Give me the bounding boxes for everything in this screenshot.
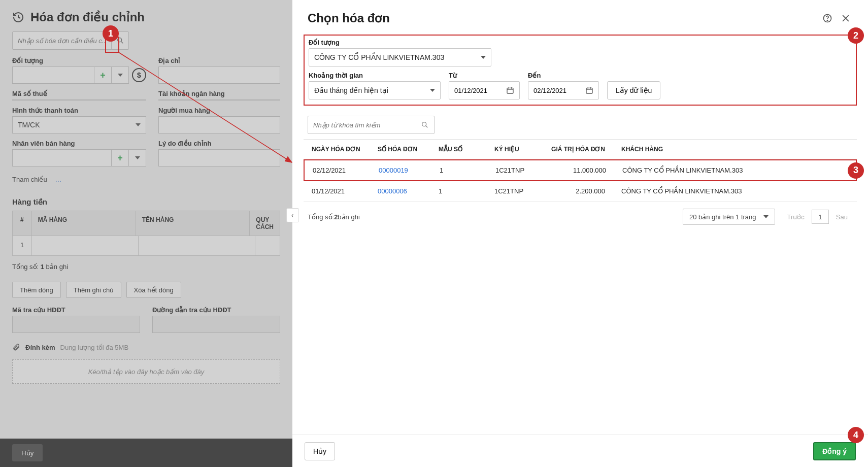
filter-zone: 2 Đối tượng CÔNG TY CỔ PHẦN LINKVIETNAM.…: [304, 35, 857, 106]
search-icon: [421, 121, 429, 129]
svg-point-5: [827, 20, 827, 21]
pager-next[interactable]: Sau: [836, 213, 848, 221]
lookup-code-input: [12, 316, 140, 333]
svg-line-17: [426, 126, 428, 128]
file-dropzone[interactable]: Kéo/thả tệp vào đây hoặc bấm vào đây: [12, 359, 280, 384]
cell-value: 2.200.000: [542, 181, 613, 201]
label-m-doituong: Đối tượng: [309, 39, 491, 46]
table-row[interactable]: 01/12/2021 00000006 1 1C21TNP 2.200.000 …: [304, 181, 857, 202]
caret-down-icon: [430, 89, 435, 92]
clear-rows-button[interactable]: Xóa hết dòng: [126, 282, 181, 298]
paperclip-icon: [12, 343, 20, 351]
step-badge-2: 2: [848, 27, 864, 44]
select-invoice-modal: ‹ Chọn hóa đơn 2 Đối tượng CÔNG TY CỔ PH…: [292, 0, 868, 467]
cell-value: 11.000.000: [543, 160, 614, 180]
modal-doituong-value: CÔNG TY CỔ PHẦN LINKVIETNAM.303: [314, 53, 444, 61]
reference-link[interactable]: …: [55, 176, 62, 183]
to-date-input[interactable]: [533, 87, 579, 94]
attach-label: Đính kèm: [25, 344, 55, 351]
to-date[interactable]: [528, 81, 599, 99]
cell-date: 02/12/2021: [305, 160, 371, 180]
background-form: Hóa đơn điều chỉnh Đối tượng + $ Địa chỉ: [0, 0, 292, 467]
svg-line-1: [121, 42, 123, 44]
svg-point-16: [422, 122, 426, 126]
modal-confirm-button[interactable]: Đồng ý: [813, 442, 856, 460]
step-badge-3: 3: [848, 162, 864, 179]
modal-collapse-handle[interactable]: ‹: [286, 208, 298, 222]
page-title: Hóa đơn điều chỉnh: [30, 10, 145, 24]
pager-total-count: 2: [334, 213, 338, 221]
doituong-add-button[interactable]: +: [94, 66, 112, 84]
label-lydo: Lý do điều chỉnh: [158, 140, 280, 147]
table-row-selected[interactable]: 3 02/12/2021 00000019 1 1C21TNP 11.000.0…: [304, 159, 857, 181]
currency-icon[interactable]: $: [132, 68, 146, 82]
label-nmh: Người mua hàng: [158, 107, 280, 114]
pager-current[interactable]: 1: [812, 210, 829, 224]
cell-serial: 1C21TNP: [486, 181, 542, 201]
fetch-button[interactable]: Lấy dữ liệu: [607, 81, 660, 99]
caret-down-icon: [481, 56, 486, 59]
help-icon[interactable]: [820, 11, 834, 25]
nvbh-add-button[interactable]: +: [112, 149, 129, 166]
reference-row: Tham chiếu …: [0, 173, 292, 188]
items-section-title: Hàng tiền: [0, 188, 292, 211]
cell-quycach[interactable]: [255, 236, 280, 255]
invoice-search-input[interactable]: [13, 37, 111, 45]
cell-invoice-link[interactable]: 00000006: [370, 181, 430, 201]
col-template: MẪU SỐ: [430, 140, 486, 159]
close-icon[interactable]: [839, 11, 853, 25]
caret-down-icon: [136, 123, 141, 126]
label-httt: Hình thức thanh toán: [12, 107, 146, 114]
label-from: Từ: [449, 72, 520, 79]
pagesize-select[interactable]: 20 bản ghi trên 1 trang: [683, 209, 775, 225]
modal-search[interactable]: [308, 116, 435, 134]
from-date[interactable]: [449, 81, 520, 99]
items-total: Tổng số: 1 bản ghi: [0, 256, 292, 278]
add-row-button[interactable]: Thêm dòng: [12, 282, 61, 298]
col-serial: KÝ HIỆU: [486, 140, 542, 159]
add-note-button[interactable]: Thêm ghi chú: [66, 282, 121, 298]
label-mst: Mã số thuế: [12, 90, 146, 97]
label-period: Khoảng thời gian: [309, 72, 441, 79]
pager: Tổng số: 2 bản ghi 20 bản ghi trên 1 tra…: [292, 202, 868, 232]
payment-method-select[interactable]: TM/CK: [12, 116, 146, 134]
cell-serial: 1C21TNP: [487, 160, 543, 180]
col-value: GIÁ TRỊ HÓA ĐƠN: [542, 140, 613, 159]
nmh-input[interactable]: [158, 116, 280, 134]
mst-input[interactable]: [12, 99, 146, 101]
from-date-input[interactable]: [454, 87, 500, 94]
label-doituong: Đối tượng: [12, 57, 146, 64]
col-quycach: QUY CÁCH: [250, 211, 280, 236]
modal-doituong-select[interactable]: CÔNG TY CỔ PHẦN LINKVIETNAM.303: [309, 48, 491, 66]
step-badge-4: 4: [848, 427, 864, 443]
label-diachi: Địa chỉ: [158, 57, 280, 64]
pager-total-suffix: bản ghi: [338, 213, 359, 221]
cell-mahang[interactable]: [32, 236, 139, 255]
cell-customer: CÔNG TY CỔ PHẦN LINKVIETNAM.303: [613, 181, 857, 201]
cell-customer: CÔNG TY CỔ PHẦN LINKVIETNAM.303: [614, 160, 856, 180]
pager-total-prefix: Tổng số:: [308, 213, 334, 221]
tknh-input[interactable]: [158, 99, 280, 101]
doituong-input[interactable]: [12, 66, 94, 84]
table-row[interactable]: 1: [13, 236, 280, 255]
cell-invoice-link[interactable]: 00000019: [371, 160, 431, 180]
bg-cancel-button[interactable]: Hủy: [12, 444, 43, 461]
modal-search-input[interactable]: [313, 121, 421, 129]
caret-down-icon: [763, 215, 769, 218]
col-invoice-no: SỐ HÓA ĐƠN: [370, 140, 430, 159]
lookup-url-input: [152, 316, 280, 333]
label-tknh: Tài khoản ngân hàng: [158, 90, 280, 97]
modal-cancel-button[interactable]: Hủy: [305, 442, 335, 460]
pager-prev[interactable]: Trước: [787, 213, 805, 221]
lydo-input[interactable]: [158, 149, 280, 166]
history-icon: [12, 11, 24, 23]
pagesize-value: 20 bản ghi trên 1 trang: [689, 213, 756, 221]
nvbh-dropdown[interactable]: [129, 149, 146, 166]
doituong-dropdown[interactable]: [112, 66, 129, 84]
period-select[interactable]: Đầu tháng đến hiện tại: [309, 81, 441, 99]
col-tenhang: TÊN HÀNG: [136, 211, 250, 236]
diachi-input[interactable]: [158, 66, 280, 84]
col-index: #: [13, 211, 32, 236]
cell-tenhang[interactable]: [139, 236, 255, 255]
nvbh-input[interactable]: [12, 149, 112, 166]
